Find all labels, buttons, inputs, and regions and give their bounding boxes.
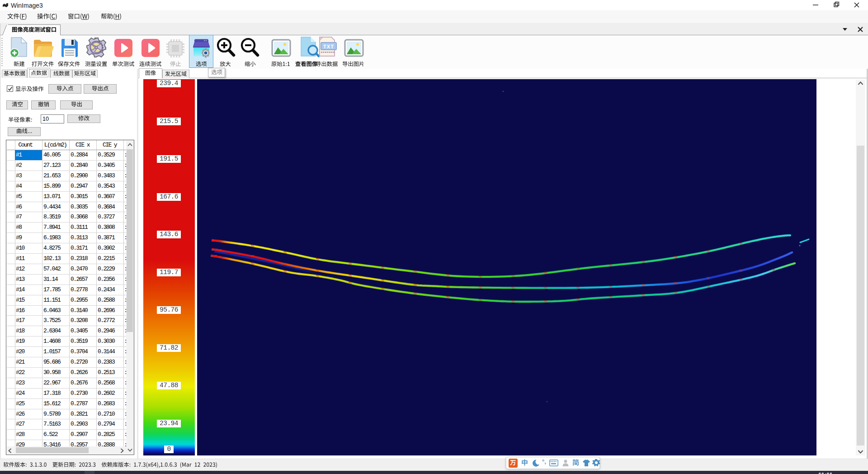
svg-text:TXT: TXT: [323, 44, 334, 49]
